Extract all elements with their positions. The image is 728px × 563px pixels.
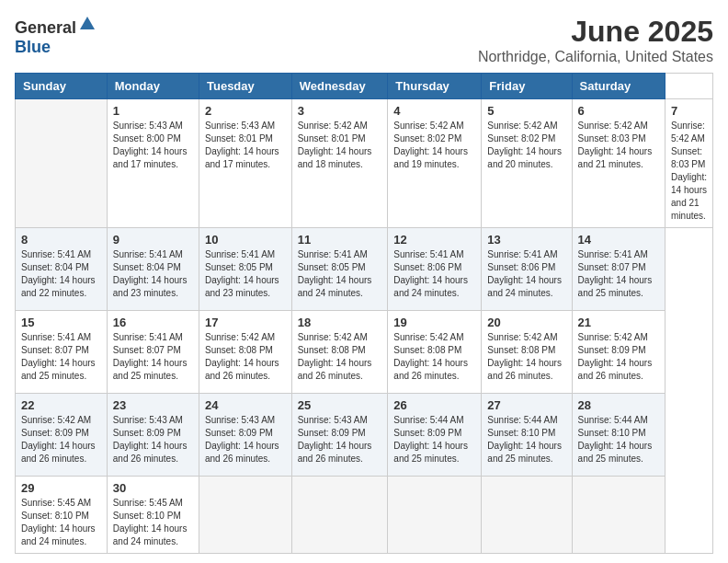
logo-blue-text: Blue bbox=[15, 38, 51, 56]
calendar-week-row: 15Sunrise: 5:41 AM Sunset: 8:07 PM Dayli… bbox=[16, 311, 713, 394]
calendar-cell: 3Sunrise: 5:42 AM Sunset: 8:01 PM Daylig… bbox=[291, 99, 388, 228]
day-info: Sunrise: 5:45 AM Sunset: 8:10 PM Dayligh… bbox=[113, 497, 193, 548]
day-info: Sunrise: 5:42 AM Sunset: 8:09 PM Dayligh… bbox=[21, 414, 101, 465]
calendar-cell bbox=[291, 477, 388, 554]
calendar-cell: 29Sunrise: 5:45 AM Sunset: 8:10 PM Dayli… bbox=[16, 477, 108, 554]
logo-icon bbox=[78, 15, 97, 33]
day-number: 3 bbox=[298, 104, 382, 118]
calendar-cell: 6Sunrise: 5:42 AM Sunset: 8:03 PM Daylig… bbox=[572, 99, 665, 228]
day-info: Sunrise: 5:42 AM Sunset: 8:03 PM Dayligh… bbox=[671, 120, 707, 223]
day-info: Sunrise: 5:42 AM Sunset: 8:01 PM Dayligh… bbox=[298, 120, 382, 171]
calendar-cell: 30Sunrise: 5:45 AM Sunset: 8:10 PM Dayli… bbox=[107, 477, 199, 554]
calendar-week-row: 22Sunrise: 5:42 AM Sunset: 8:09 PM Dayli… bbox=[16, 394, 713, 477]
day-number: 6 bbox=[578, 104, 659, 118]
calendar-cell: 5Sunrise: 5:42 AM Sunset: 8:02 PM Daylig… bbox=[482, 99, 572, 228]
column-header-saturday: Saturday bbox=[572, 74, 665, 99]
calendar-cell: 11Sunrise: 5:41 AM Sunset: 8:05 PM Dayli… bbox=[291, 228, 388, 311]
main-title: June 2025 bbox=[478, 15, 713, 49]
day-number: 15 bbox=[21, 316, 101, 329]
column-header-tuesday: Tuesday bbox=[199, 74, 291, 99]
day-info: Sunrise: 5:42 AM Sunset: 8:08 PM Dayligh… bbox=[487, 331, 565, 383]
day-number: 26 bbox=[393, 398, 475, 412]
title-area: June 2025 Northridge, California, United… bbox=[478, 15, 713, 65]
day-info: Sunrise: 5:42 AM Sunset: 8:09 PM Dayligh… bbox=[578, 331, 659, 383]
column-header-monday: Monday bbox=[107, 74, 199, 99]
day-info: Sunrise: 5:41 AM Sunset: 8:04 PM Dayligh… bbox=[21, 248, 101, 300]
calendar: SundayMondayTuesdayWednesdayThursdayFrid… bbox=[15, 73, 713, 554]
day-number: 2 bbox=[205, 104, 286, 118]
day-number: 19 bbox=[393, 316, 475, 329]
day-number: 30 bbox=[113, 481, 193, 495]
calendar-week-row: 1Sunrise: 5:43 AM Sunset: 8:00 PM Daylig… bbox=[16, 99, 713, 228]
calendar-cell: 24Sunrise: 5:43 AM Sunset: 8:09 PM Dayli… bbox=[199, 394, 291, 477]
day-number: 24 bbox=[205, 398, 286, 412]
day-info: Sunrise: 5:43 AM Sunset: 8:09 PM Dayligh… bbox=[205, 414, 286, 465]
day-number: 10 bbox=[205, 233, 286, 247]
day-info: Sunrise: 5:42 AM Sunset: 8:08 PM Dayligh… bbox=[298, 331, 382, 383]
logo-general-text: General bbox=[15, 18, 76, 37]
calendar-cell: 26Sunrise: 5:44 AM Sunset: 8:09 PM Dayli… bbox=[388, 394, 482, 477]
calendar-week-row: 29Sunrise: 5:45 AM Sunset: 8:10 PM Dayli… bbox=[16, 477, 713, 554]
day-number: 5 bbox=[487, 104, 565, 118]
column-header-thursday: Thursday bbox=[388, 74, 482, 99]
calendar-cell bbox=[482, 477, 572, 554]
day-number: 7 bbox=[671, 104, 707, 118]
calendar-cell: 18Sunrise: 5:42 AM Sunset: 8:08 PM Dayli… bbox=[291, 311, 388, 394]
day-number: 20 bbox=[487, 316, 565, 329]
calendar-cell: 14Sunrise: 5:41 AM Sunset: 8:07 PM Dayli… bbox=[572, 228, 665, 311]
calendar-cell: 17Sunrise: 5:42 AM Sunset: 8:08 PM Dayli… bbox=[199, 311, 291, 394]
calendar-cell bbox=[16, 99, 108, 228]
day-number: 27 bbox=[487, 398, 565, 412]
day-number: 21 bbox=[578, 316, 659, 329]
day-info: Sunrise: 5:42 AM Sunset: 8:08 PM Dayligh… bbox=[205, 331, 286, 383]
day-number: 12 bbox=[393, 233, 475, 247]
calendar-cell: 13Sunrise: 5:41 AM Sunset: 8:06 PM Dayli… bbox=[482, 228, 572, 311]
calendar-cell: 20Sunrise: 5:42 AM Sunset: 8:08 PM Dayli… bbox=[482, 311, 572, 394]
calendar-cell: 10Sunrise: 5:41 AM Sunset: 8:05 PM Dayli… bbox=[199, 228, 291, 311]
logo: General Blue bbox=[15, 15, 97, 57]
header: General Blue June 2025 Northridge, Calif… bbox=[15, 15, 713, 65]
day-info: Sunrise: 5:41 AM Sunset: 8:07 PM Dayligh… bbox=[578, 248, 659, 300]
svg-marker-0 bbox=[80, 17, 95, 29]
calendar-cell: 12Sunrise: 5:41 AM Sunset: 8:06 PM Dayli… bbox=[388, 228, 482, 311]
calendar-cell: 9Sunrise: 5:41 AM Sunset: 8:04 PM Daylig… bbox=[107, 228, 199, 311]
day-info: Sunrise: 5:41 AM Sunset: 8:04 PM Dayligh… bbox=[113, 248, 193, 300]
calendar-week-row: 8Sunrise: 5:41 AM Sunset: 8:04 PM Daylig… bbox=[16, 228, 713, 311]
day-number: 4 bbox=[393, 104, 475, 118]
calendar-cell: 19Sunrise: 5:42 AM Sunset: 8:08 PM Dayli… bbox=[388, 311, 482, 394]
calendar-cell: 21Sunrise: 5:42 AM Sunset: 8:09 PM Dayli… bbox=[572, 311, 665, 394]
day-info: Sunrise: 5:43 AM Sunset: 8:00 PM Dayligh… bbox=[113, 120, 193, 171]
calendar-cell bbox=[388, 477, 482, 554]
day-info: Sunrise: 5:42 AM Sunset: 8:08 PM Dayligh… bbox=[393, 331, 475, 383]
column-header-wednesday: Wednesday bbox=[291, 74, 388, 99]
day-info: Sunrise: 5:43 AM Sunset: 8:09 PM Dayligh… bbox=[298, 414, 382, 465]
day-info: Sunrise: 5:45 AM Sunset: 8:10 PM Dayligh… bbox=[21, 497, 101, 548]
calendar-cell: 15Sunrise: 5:41 AM Sunset: 8:07 PM Dayli… bbox=[16, 311, 108, 394]
day-number: 18 bbox=[298, 316, 382, 329]
day-info: Sunrise: 5:42 AM Sunset: 8:02 PM Dayligh… bbox=[393, 120, 475, 171]
day-number: 16 bbox=[113, 316, 193, 329]
day-info: Sunrise: 5:44 AM Sunset: 8:10 PM Dayligh… bbox=[487, 414, 565, 465]
day-info: Sunrise: 5:41 AM Sunset: 8:07 PM Dayligh… bbox=[21, 331, 101, 383]
day-number: 23 bbox=[113, 398, 193, 412]
day-number: 17 bbox=[205, 316, 286, 329]
day-number: 1 bbox=[113, 104, 193, 118]
day-number: 22 bbox=[21, 398, 101, 412]
calendar-cell: 7Sunrise: 5:42 AM Sunset: 8:03 PM Daylig… bbox=[665, 99, 713, 228]
calendar-cell: 25Sunrise: 5:43 AM Sunset: 8:09 PM Dayli… bbox=[291, 394, 388, 477]
calendar-header-row: SundayMondayTuesdayWednesdayThursdayFrid… bbox=[16, 74, 713, 99]
day-number: 9 bbox=[113, 233, 193, 247]
calendar-cell: 16Sunrise: 5:41 AM Sunset: 8:07 PM Dayli… bbox=[107, 311, 199, 394]
calendar-cell: 1Sunrise: 5:43 AM Sunset: 8:00 PM Daylig… bbox=[107, 99, 199, 228]
calendar-cell: 23Sunrise: 5:43 AM Sunset: 8:09 PM Dayli… bbox=[107, 394, 199, 477]
day-info: Sunrise: 5:41 AM Sunset: 8:06 PM Dayligh… bbox=[393, 248, 475, 300]
day-number: 29 bbox=[21, 481, 101, 495]
day-info: Sunrise: 5:43 AM Sunset: 8:01 PM Dayligh… bbox=[205, 120, 286, 171]
day-info: Sunrise: 5:44 AM Sunset: 8:09 PM Dayligh… bbox=[393, 414, 475, 465]
calendar-cell: 27Sunrise: 5:44 AM Sunset: 8:10 PM Dayli… bbox=[482, 394, 572, 477]
calendar-cell: 28Sunrise: 5:44 AM Sunset: 8:10 PM Dayli… bbox=[572, 394, 665, 477]
column-header-friday: Friday bbox=[482, 74, 572, 99]
day-number: 11 bbox=[298, 233, 382, 247]
calendar-cell: 8Sunrise: 5:41 AM Sunset: 8:04 PM Daylig… bbox=[16, 228, 108, 311]
day-info: Sunrise: 5:42 AM Sunset: 8:02 PM Dayligh… bbox=[487, 120, 565, 171]
